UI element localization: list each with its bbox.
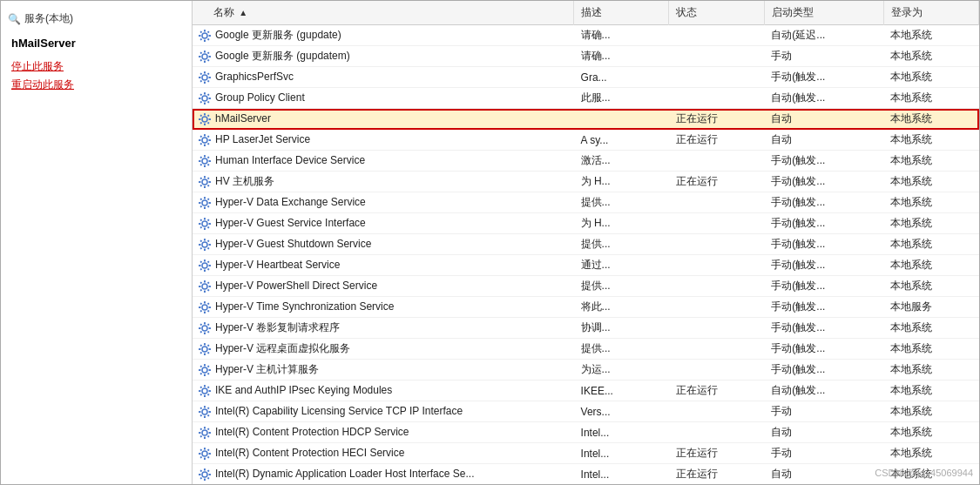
svg-rect-132 (207, 323, 210, 326)
service-startup: 手动(触发... (764, 276, 883, 297)
col-header-name[interactable]: 名称 ▲ (193, 1, 574, 25)
table-row[interactable]: hMailServer正在运行自动本地系统 (193, 109, 979, 130)
svg-rect-47 (204, 144, 206, 146)
svg-rect-86 (199, 219, 202, 221)
table-scroll-container[interactable]: 名称 ▲ 描述 状态 启动类型 登录为 (193, 1, 979, 484)
table-row[interactable]: Hyper-V Guest Service Interface为 H...手动(… (193, 213, 979, 234)
service-desc: 提供... (574, 276, 669, 297)
service-desc: 通过... (574, 255, 669, 276)
svg-rect-150 (207, 365, 210, 367)
service-name: HP LaserJet Service (215, 133, 310, 145)
service-login: 本地系统 (883, 360, 978, 381)
svg-rect-154 (204, 385, 206, 387)
svg-rect-101 (204, 269, 206, 272)
service-desc: 提供... (574, 234, 669, 255)
table-header-row: 名称 ▲ 描述 状态 启动类型 登录为 (193, 1, 979, 25)
table-row[interactable]: Hyper-V 远程桌面虚拟化服务提供...手动(触发...本地系统 (193, 339, 979, 360)
service-status (669, 25, 764, 46)
svg-rect-187 (199, 455, 202, 458)
table-row[interactable]: Hyper-V Guest Shutdown Service提供...手动(触发… (193, 234, 979, 255)
svg-rect-175 (209, 432, 212, 434)
service-login: 本地系统 (883, 46, 978, 67)
svg-rect-78 (207, 198, 210, 200)
svg-rect-155 (204, 394, 206, 397)
col-header-login[interactable]: 登录为 (883, 1, 978, 25)
svg-rect-88 (199, 226, 202, 228)
table-row[interactable]: Google 更新服务 (gupdatem)请确...手动本地系统 (193, 46, 979, 67)
table-row[interactable]: Hyper-V PowerShell Direct Service提供...手动… (193, 276, 979, 297)
service-startup: 手动(触发... (764, 67, 883, 88)
table-row[interactable]: Hyper-V 主机计算服务为运...手动(触发...本地系统 (193, 360, 979, 381)
svg-point-45 (202, 138, 207, 143)
svg-rect-104 (199, 260, 202, 263)
table-row[interactable]: Human Interface Device Service激活...手动(触发… (193, 151, 979, 172)
col-header-status[interactable]: 状态 (669, 1, 764, 25)
svg-rect-16 (199, 59, 202, 62)
table-row[interactable]: Group Policy Client此服...自动(触发...本地系统 (193, 88, 979, 109)
service-name: Hyper-V Guest Shutdown Service (215, 238, 371, 250)
table-row[interactable]: Hyper-V 卷影复制请求程序协调...手动(触发...本地系统 (193, 318, 979, 339)
service-login: 本地系统 (883, 276, 978, 297)
svg-rect-59 (199, 156, 202, 158)
table-row[interactable]: HP LaserJet ServiceA sy...正在运行自动本地系统 (193, 130, 979, 151)
svg-rect-31 (209, 98, 212, 99)
svg-rect-13 (209, 56, 212, 57)
table-row[interactable]: HV 主机服务为 H...正在运行手动(触发...本地系统 (193, 172, 979, 192)
svg-rect-181 (204, 448, 206, 450)
service-desc: Vers... (574, 401, 669, 422)
table-row[interactable]: GraphicsPerfSvcGra...手动(触发...本地系统 (193, 67, 979, 88)
table-row[interactable]: Hyper-V Heartbeat Service通过...手动(触发...本地… (193, 255, 979, 276)
service-startup: 手动(触发... (764, 297, 883, 318)
col-header-startup[interactable]: 启动类型 (764, 1, 883, 25)
svg-rect-35 (207, 100, 210, 103)
svg-rect-141 (207, 344, 210, 347)
svg-rect-182 (204, 457, 206, 460)
service-login: 本地系统 (883, 213, 978, 234)
svg-rect-55 (204, 155, 206, 158)
service-icon (198, 217, 212, 231)
table-row[interactable]: Intel(R) Content Protection HECI Service… (193, 443, 979, 464)
svg-rect-100 (204, 259, 206, 262)
svg-rect-165 (199, 411, 201, 413)
service-name: Intel(R) Dynamic Application Loader Host… (215, 468, 474, 480)
table-row[interactable]: Intel(R) Dynamic Application Loader Host… (193, 464, 979, 485)
service-status (669, 151, 764, 172)
table-row[interactable]: Intel(R) Capability Licensing Service TC… (193, 401, 979, 422)
table-row[interactable]: Intel(R) Content Protection HDCP Service… (193, 422, 979, 443)
service-startup: 手动 (764, 46, 883, 67)
svg-rect-102 (199, 265, 201, 266)
service-desc: 请确... (574, 25, 669, 46)
service-icon (198, 342, 212, 356)
svg-rect-118 (204, 301, 206, 304)
table-row[interactable]: Hyper-V Data Exchange Service提供...手动(触发.… (193, 192, 979, 213)
svg-point-18 (202, 75, 207, 80)
service-name: GraphicsPerfSvc (215, 71, 294, 83)
service-startup: 手动 (764, 443, 883, 464)
svg-rect-62 (207, 163, 210, 165)
svg-point-36 (202, 117, 207, 122)
table-row[interactable]: Hyper-V Time Synchronization Service将此..… (193, 297, 979, 318)
table-row[interactable]: IKE and AuthIP IPsec Keying ModulesIKEE.… (193, 381, 979, 401)
svg-rect-116 (207, 288, 210, 291)
svg-rect-25 (199, 79, 202, 82)
svg-rect-148 (209, 369, 212, 371)
svg-rect-179 (207, 434, 210, 437)
svg-rect-74 (204, 206, 206, 209)
svg-rect-168 (207, 407, 210, 409)
stop-service-link[interactable]: 停止此服务 (11, 58, 181, 75)
table-row[interactable]: Google 更新服务 (gupdate)请确...自动(延迟...本地系统 (193, 25, 979, 46)
svg-point-108 (202, 284, 207, 289)
selected-service-title: hMailServer (1, 30, 192, 53)
service-status: 正在运行 (669, 443, 764, 464)
svg-rect-19 (204, 71, 206, 74)
svg-rect-137 (204, 353, 206, 355)
col-header-desc[interactable]: 描述 (574, 1, 669, 25)
svg-rect-145 (204, 364, 206, 367)
svg-rect-1 (204, 30, 206, 32)
svg-rect-57 (199, 160, 201, 162)
service-startup: 手动(触发... (764, 234, 883, 255)
restart-service-link[interactable]: 重启动此服务 (11, 77, 181, 93)
service-login: 本地系统 (883, 255, 978, 276)
svg-rect-186 (207, 448, 210, 451)
service-startup: 自动(触发... (764, 381, 883, 401)
